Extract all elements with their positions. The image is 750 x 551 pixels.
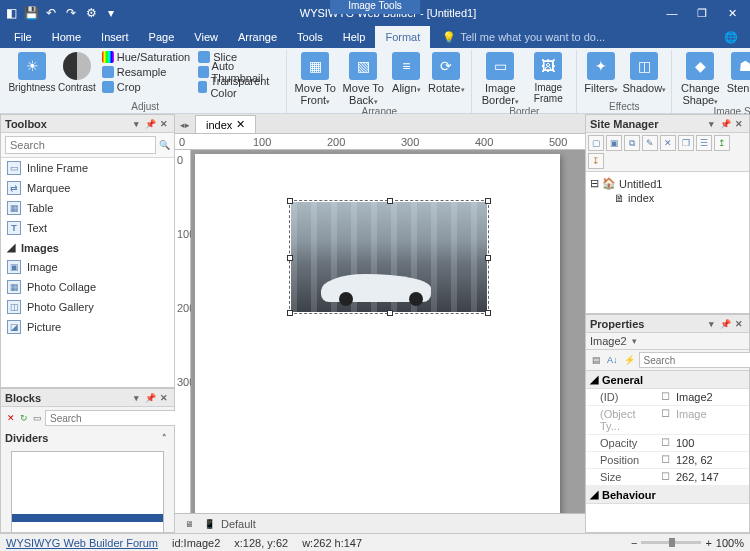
menu-view[interactable]: View [184, 26, 228, 48]
image-frame-button[interactable]: 🖼Image Frame [526, 50, 570, 104]
brightness-button[interactable]: ☀Brightness [10, 50, 54, 93]
canvas[interactable] [191, 150, 585, 513]
toolbox-item-collage[interactable]: ▦Photo Collage [1, 277, 174, 297]
prop-row-opacity[interactable]: Opacity◻100 [586, 435, 749, 452]
redo-icon[interactable]: ↷ [64, 6, 78, 20]
block-preview[interactable] [11, 451, 164, 532]
props-search-input[interactable] [639, 352, 750, 368]
page[interactable] [195, 154, 560, 513]
menu-tools[interactable]: Tools [287, 26, 333, 48]
close-button[interactable]: ✕ [718, 2, 746, 24]
menu-home[interactable]: Home [42, 26, 91, 48]
publish-icon[interactable]: 🌐 [716, 31, 746, 44]
refresh-icon[interactable]: ↻ [20, 412, 28, 424]
pin-icon[interactable]: 📌 [719, 118, 731, 130]
change-shape-button[interactable]: ◆Change Shape▾ [678, 50, 722, 106]
down-icon[interactable]: ↧ [588, 153, 604, 169]
minimize-button[interactable]: — [658, 2, 686, 24]
minus-icon[interactable]: ⊟ [590, 177, 599, 190]
toolbox-item-gallery[interactable]: ◫Photo Gallery [1, 297, 174, 317]
menu-format[interactable]: Format [375, 26, 430, 48]
prop-row-type[interactable]: (Object Ty...◻Image [586, 406, 749, 435]
move-back-button[interactable]: ▧Move To Back▾ [341, 50, 385, 106]
toolbox-item-marquee[interactable]: ⇄Marquee [1, 178, 174, 198]
dropdown-icon[interactable]: ▾ [705, 118, 717, 130]
toolbox-item-image[interactable]: ▣Image [1, 257, 174, 277]
toolbox-item-table[interactable]: ▦Table [1, 198, 174, 218]
resize-handle-nw[interactable] [287, 198, 293, 204]
chevron-up-icon[interactable]: ˄ [158, 432, 170, 444]
close-icon[interactable]: ✕ [158, 118, 170, 130]
resize-handle-e[interactable] [485, 255, 491, 261]
dropdown-icon[interactable]: ▾ [705, 318, 717, 330]
toolbox-item-text[interactable]: TText [1, 218, 174, 238]
desktop-icon[interactable]: 🖥 [183, 518, 195, 530]
transparent-button[interactable]: Transparent Color [196, 80, 280, 94]
zoom-out-icon[interactable]: − [631, 537, 637, 549]
toolbox-item-picture[interactable]: ◪Picture [1, 317, 174, 337]
tell-me[interactable]: 💡Tell me what you want to do... [442, 31, 605, 44]
categorized-icon[interactable]: ▤ [592, 354, 601, 366]
contrast-button[interactable]: Contrast [58, 50, 96, 93]
dropdown-icon[interactable]: ▾ [130, 392, 142, 404]
folder-icon[interactable]: ▭ [33, 412, 42, 424]
resize-handle-ne[interactable] [485, 198, 491, 204]
resize-handle-s[interactable] [387, 310, 393, 316]
document-tab-index[interactable]: index✕ [195, 115, 256, 133]
up-icon[interactable]: ↥ [714, 135, 730, 151]
pin-icon[interactable]: 📌 [719, 318, 731, 330]
undo-icon[interactable]: ↶ [44, 6, 58, 20]
clone-icon[interactable]: ⧉ [624, 135, 640, 151]
close-icon[interactable]: ✕ [158, 392, 170, 404]
rotate-button[interactable]: ⟳Rotate▾ [427, 50, 465, 94]
prop-cat-behaviour[interactable]: ◢Behaviour [586, 486, 749, 504]
new-page-icon[interactable]: ▢ [588, 135, 604, 151]
hue-button[interactable]: Hue/Saturation [100, 50, 192, 64]
tab-nav-icon[interactable]: ◂▸ [179, 119, 191, 131]
blocks-search-input[interactable] [45, 410, 182, 426]
menu-page[interactable]: Page [139, 26, 185, 48]
stencil-button[interactable]: ☗Stencil▾ [726, 50, 750, 94]
prop-row-size[interactable]: Size◻262, 147 [586, 469, 749, 486]
prop-row-position[interactable]: Position◻128, 62 [586, 452, 749, 469]
menu-file[interactable]: File [4, 26, 42, 48]
save-icon[interactable]: 💾 [24, 6, 38, 20]
filters-button[interactable]: ✦Filters▾ [583, 50, 619, 94]
blocks-cat[interactable]: Dividers [5, 432, 48, 444]
dropdown-icon[interactable]: ▾ [130, 118, 142, 130]
menu-arrange[interactable]: Arrange [228, 26, 287, 48]
pin-icon[interactable]: 📌 [144, 118, 156, 130]
resize-handle-w[interactable] [287, 255, 293, 261]
props-selected-object[interactable]: Image2 [590, 335, 627, 347]
edit-icon[interactable]: ✎ [642, 135, 658, 151]
toolbox-cat-images[interactable]: ◢Images [1, 238, 174, 257]
maximize-button[interactable]: ❐ [688, 2, 716, 24]
search-icon[interactable]: 🔍 [158, 139, 170, 151]
move-front-button[interactable]: ▦Move To Front▾ [293, 50, 337, 106]
resize-handle-n[interactable] [387, 198, 393, 204]
preview-icon[interactable]: ⚙ [84, 6, 98, 20]
menu-insert[interactable]: Insert [91, 26, 139, 48]
toolbox-item-inlineframe[interactable]: ▭Inline Frame [1, 158, 174, 178]
image-border-button[interactable]: ▭Image Border▾ [478, 50, 522, 106]
tab-close-icon[interactable]: ✕ [236, 118, 245, 131]
shadow-button[interactable]: ◫Shadow▾ [623, 50, 665, 94]
align-button[interactable]: ≡Align▾ [389, 50, 423, 94]
resize-handle-sw[interactable] [287, 310, 293, 316]
tree-root[interactable]: ⊟🏠Untitled1 [590, 176, 745, 191]
qat-dropdown-icon[interactable]: ▾ [104, 6, 118, 20]
sort-az-icon[interactable]: A↓ [607, 354, 618, 366]
chevron-down-icon[interactable]: ▾ [629, 335, 641, 347]
new-folder-icon[interactable]: ▣ [606, 135, 622, 151]
zoom-control[interactable]: − + 100% [631, 537, 744, 549]
close-icon[interactable]: ✕ [733, 118, 745, 130]
props-icon[interactable]: ☰ [696, 135, 712, 151]
resize-handle-se[interactable] [485, 310, 491, 316]
prop-row-id[interactable]: (ID)◻Image2 [586, 389, 749, 406]
crop-button[interactable]: Crop [100, 80, 192, 94]
breakpoint-default[interactable]: Default [221, 518, 256, 530]
zoom-in-icon[interactable]: + [705, 537, 711, 549]
menu-help[interactable]: Help [333, 26, 376, 48]
delete-icon[interactable]: ✕ [7, 412, 15, 424]
copy-icon[interactable]: ❐ [678, 135, 694, 151]
